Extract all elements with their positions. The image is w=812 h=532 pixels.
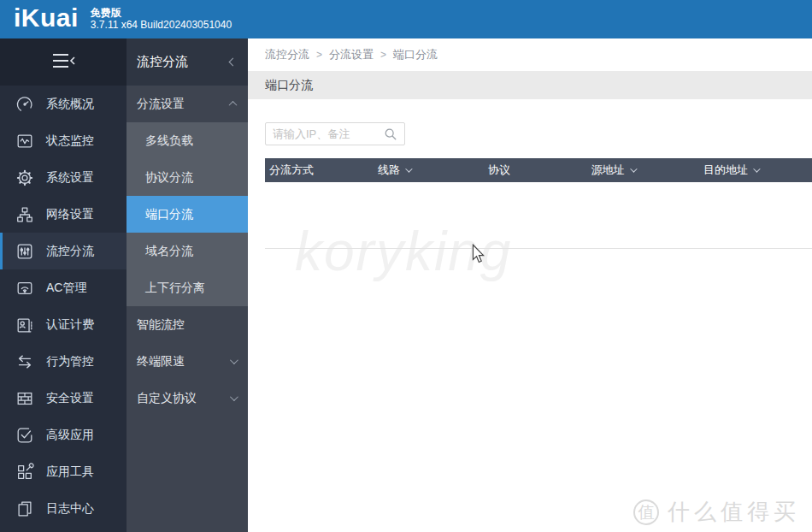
sidebar-item-log-center[interactable]: 日志中心: [0, 490, 127, 527]
sort-chevron-icon: [753, 165, 760, 172]
sidebar-item-advanced-apps[interactable]: 高级应用: [0, 417, 127, 453]
hamburger-collapse-icon: [50, 51, 76, 74]
search-icon[interactable]: [384, 127, 397, 141]
submenu-item-label: 自定义协议: [137, 391, 197, 406]
documents-icon: [15, 499, 35, 519]
submenu-group-terminal-limit[interactable]: 终端限速: [127, 343, 248, 380]
sidebar-item-label: 安全设置: [46, 391, 94, 406]
network-topology-icon: [15, 204, 35, 225]
submenu-item-label: 终端限速: [137, 354, 185, 369]
sidebar-item-label: 高级应用: [46, 428, 94, 443]
column-label: 源地址: [591, 163, 625, 178]
column-header-line[interactable]: 线路: [340, 163, 448, 178]
breadcrumb: 流控分流 > 分流设置 > 端口分流: [248, 38, 812, 71]
sidebar-item-network-settings[interactable]: 网络设置: [0, 196, 127, 233]
gear-icon: [15, 168, 35, 188]
sidebar-item-label: 日志中心: [46, 501, 94, 517]
app-tools-icon: [15, 462, 35, 482]
submenu-item-domain-split[interactable]: 域名分流: [127, 233, 248, 269]
column-label: 协议: [488, 163, 510, 178]
ikuai-logo: iKuai: [14, 5, 79, 31]
submenu-item-label: 域名分流: [145, 244, 193, 259]
sidebar-item-label: 系统概况: [46, 97, 94, 112]
sidebar-item-flow-control[interactable]: 流控分流: [0, 233, 127, 269]
submenu-item-label: 协议分流: [145, 170, 193, 186]
submenu-item-label: 智能流控: [137, 317, 185, 333]
submenu-group-children: 多线负载 协议分流 端口分流 域名分流 上下行分离: [127, 122, 248, 306]
ikuai-router-admin: iKuai 免费版 3.7.11 x64 Build202403051040: [0, 0, 812, 532]
chevron-down-icon: [230, 356, 238, 364]
breadcrumb-item-port-split[interactable]: 端口分流: [393, 47, 438, 62]
sidebar-item-auth-billing[interactable]: 认证计费: [0, 306, 127, 343]
monitor-wave-icon: [15, 131, 35, 151]
edition-label: 免费版: [91, 7, 232, 19]
chevron-up-icon: [229, 101, 238, 109]
breadcrumb-item-flow-settings[interactable]: 分流设置: [329, 47, 374, 62]
empty-table-row: [265, 182, 812, 249]
submenu-group-flow-settings[interactable]: 分流设置: [127, 86, 248, 122]
breadcrumb-separator: >: [316, 49, 322, 61]
sidebar-item-label: 状态监控: [46, 133, 94, 149]
submenu-item-smart-qos[interactable]: 智能流控: [127, 306, 248, 343]
sidebar-item-security-settings[interactable]: 安全设置: [0, 380, 127, 417]
sidebar-item-label: 系统设置: [46, 170, 94, 186]
sidebar-item-system-settings[interactable]: 系统设置: [0, 159, 127, 196]
sidebar-item-app-tools[interactable]: 应用工具: [0, 453, 127, 490]
sliders-icon: [15, 241, 35, 262]
column-header-source-address[interactable]: 源地址: [550, 163, 675, 178]
column-label: 分流方式: [269, 163, 314, 178]
sort-chevron-icon: [405, 165, 412, 172]
sidebar-item-label: 应用工具: [46, 464, 94, 480]
breadcrumb-separator: >: [380, 49, 386, 61]
build-label: 3.7.11 x64 Build202403051040: [91, 19, 232, 32]
page-title-bar: 端口分流: [248, 71, 812, 99]
breadcrumb-item-flow-control[interactable]: 流控分流: [265, 47, 309, 62]
submenu-item-multiline-load[interactable]: 多线负载: [127, 122, 248, 159]
main-content: 流控分流 > 分流设置 > 端口分流 端口分流: [248, 38, 812, 532]
top-bar: iKuai 免费版 3.7.11 x64 Build202403051040: [0, 0, 812, 38]
submenu-group-label: 分流设置: [137, 97, 185, 112]
primary-sidebar: 系统概况 状态监控: [0, 38, 127, 532]
column-label: 线路: [378, 163, 400, 178]
table-header: 分流方式 线路 协议 源地址 目的地址: [265, 158, 812, 182]
sidebar-item-label: AC管理: [46, 281, 86, 296]
submenu-item-label: 多线负载: [145, 133, 193, 149]
version-block: 免费版 3.7.11 x64 Build202403051040: [91, 7, 232, 32]
submenu-item-label: 端口分流: [145, 207, 193, 222]
sidebar-item-system-overview[interactable]: 系统概况: [0, 86, 127, 122]
wifi-router-icon: [15, 278, 35, 299]
submenu-item-label: 上下行分离: [145, 281, 205, 296]
submenu-title: 流控分流: [137, 54, 188, 70]
sidebar-item-label: 网络设置: [46, 207, 94, 222]
sidebar-item-behavior-control[interactable]: 行为管控: [0, 343, 127, 380]
search-box: [265, 122, 405, 145]
swap-arrows-icon: [15, 352, 35, 372]
content-area: 分流方式 线路 协议 源地址 目的地址: [248, 99, 812, 532]
submenu-item-updown-separation[interactable]: 上下行分离: [127, 269, 248, 306]
firewall-icon: [15, 388, 35, 409]
column-label: 目的地址: [703, 163, 748, 178]
search-input[interactable]: [273, 127, 380, 140]
submenu-header[interactable]: 流控分流: [127, 38, 248, 86]
chevron-down-icon: [230, 393, 238, 401]
sidebar-item-label: 流控分流: [46, 244, 94, 259]
submenu-item-port-split[interactable]: 端口分流: [127, 196, 248, 233]
column-header-split-mode: 分流方式: [265, 163, 340, 178]
page-title: 端口分流: [265, 78, 313, 93]
submenu-item-protocol-split[interactable]: 协议分流: [127, 159, 248, 196]
gauge-icon: [15, 94, 35, 115]
chevron-left-icon: [229, 58, 238, 67]
check-square-icon: [15, 425, 35, 446]
sidebar-item-ac-management[interactable]: AC管理: [0, 269, 127, 306]
sidebar-collapse-toggle[interactable]: [0, 38, 127, 86]
submenu-group-custom-protocol[interactable]: 自定义协议: [127, 380, 248, 417]
sort-chevron-icon: [630, 165, 637, 172]
sidebar-item-status-monitor[interactable]: 状态监控: [0, 122, 127, 159]
column-header-protocol: 协议: [448, 163, 550, 178]
column-header-dest-address[interactable]: 目的地址: [675, 163, 786, 178]
sidebar-item-label: 认证计费: [46, 317, 94, 333]
id-card-icon: [15, 315, 35, 335]
sidebar-item-label: 行为管控: [46, 354, 94, 369]
secondary-sidebar: 流控分流 分流设置 多线负载 协议分流 端口分流 域名分流: [127, 38, 248, 532]
